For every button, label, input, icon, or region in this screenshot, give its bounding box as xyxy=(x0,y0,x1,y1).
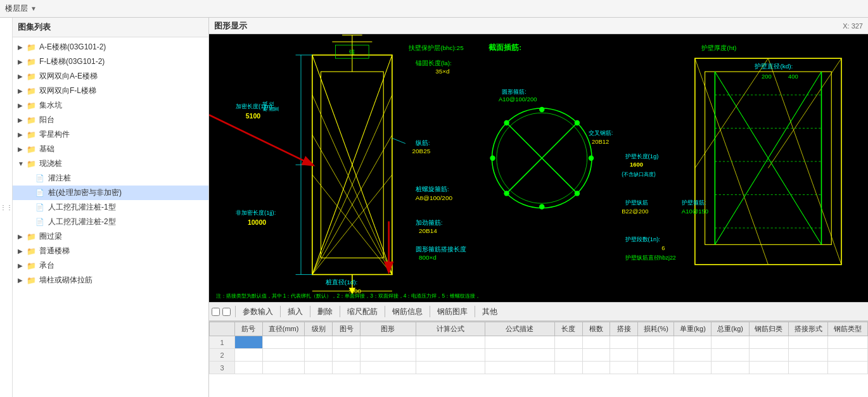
cell-6-row-2[interactable] xyxy=(554,362,582,374)
tree-item-rkg2[interactable]: 📄人工挖孔灌注桩-2型 xyxy=(13,215,208,229)
tree-item-jskt[interactable]: ▶📁集水坑 xyxy=(13,98,208,113)
folder-icon-ae2: 📁 xyxy=(27,72,37,80)
cell-3-row-1[interactable] xyxy=(360,349,416,362)
tree-item-gl[interactable]: ▶📁圈过梁 xyxy=(13,229,208,244)
cell-14-row-0[interactable] xyxy=(828,336,868,349)
rebar-info-btn[interactable]: 钢筋信息 xyxy=(388,305,426,318)
cell-13-row-1[interactable] xyxy=(789,349,828,362)
cell-13-row-0[interactable] xyxy=(789,336,828,349)
cell-11-row-2[interactable] xyxy=(712,362,749,374)
svg-text:800×d: 800×d xyxy=(419,254,437,261)
cell-4-row-0[interactable] xyxy=(416,336,485,349)
table-row: 1 xyxy=(210,336,868,349)
cell-2-row-1[interactable] xyxy=(333,349,361,362)
cell-12-row-1[interactable] xyxy=(749,349,788,362)
cell-2-row-0[interactable] xyxy=(333,336,361,349)
cell-2-row-2[interactable] xyxy=(333,362,361,374)
cell-10-row-1[interactable] xyxy=(674,349,712,362)
tree-item-zlj[interactable]: 📄桩(处理加密与非加密) xyxy=(13,186,208,200)
tree-item-fl2[interactable]: ▶📁双网双向F-L楼梯 xyxy=(13,84,208,98)
tree-label-yt: 阳台 xyxy=(39,115,54,125)
tree-item-jc[interactable]: ▶📁基础 xyxy=(13,142,208,156)
cell-8-row-1[interactable] xyxy=(610,349,638,362)
cell-1-row-2[interactable] xyxy=(305,362,333,374)
svg-text:200: 200 xyxy=(762,73,772,80)
tree-item-lsj[interactable]: ▶📁零星构件 xyxy=(13,127,208,142)
tree-item-gzz[interactable]: 📄灌注桩 xyxy=(13,171,208,186)
tree-item-yt[interactable]: ▶📁阳台 xyxy=(13,113,208,127)
cell-0-row-1[interactable] xyxy=(262,349,304,362)
th-danzhong: 单重(kg) xyxy=(674,322,712,336)
th-guanlei: 钢筋归类 xyxy=(749,322,788,336)
tree-item-xzz[interactable]: ▼📁现浇桩 xyxy=(13,156,208,171)
delete-btn[interactable]: 删除 xyxy=(314,305,336,318)
svg-text:截面插筋:: 截面插筋: xyxy=(488,43,521,51)
tree-item-ptlt[interactable]: ▶📁普通楼梯 xyxy=(13,244,208,258)
cell-14-row-1[interactable] xyxy=(828,349,868,362)
cell-12-row-2[interactable] xyxy=(749,362,788,374)
tree-item-fl[interactable]: ▶📁F-L楼梯(03G101-2) xyxy=(13,54,208,69)
cell-0-row-2[interactable] xyxy=(262,362,304,374)
toolbar-checkbox[interactable] xyxy=(212,308,220,316)
svg-text:护壁纵筋直径hbzj22: 护壁纵筋直径hbzj22 xyxy=(625,255,676,261)
cell-12-row-0[interactable] xyxy=(749,336,788,349)
cell-6-row-1[interactable] xyxy=(554,349,582,362)
bottom-toolbar: 参数输入 插入 删除 缩尺配筋 钢筋信息 钢筋图库 其他 xyxy=(209,302,868,321)
cell-13-row-2[interactable] xyxy=(789,362,828,374)
cell-3-row-0[interactable] xyxy=(360,336,416,349)
cell-7-row-1[interactable] xyxy=(582,349,610,362)
cell-jinhao-0[interactable] xyxy=(235,336,263,349)
cell-5-row-0[interactable] xyxy=(485,336,555,349)
folder-icon-fl: 📁 xyxy=(27,58,37,66)
rebar-lib-btn[interactable]: 钢筋图库 xyxy=(433,305,471,318)
cell-4-row-1[interactable] xyxy=(416,349,485,362)
other-btn[interactable]: 其他 xyxy=(478,305,501,318)
toolbar-checkbox2[interactable] xyxy=(222,308,231,316)
svg-text:护壁厚度(ht): 护壁厚度(ht) xyxy=(701,44,736,51)
svg-text:20B25: 20B25 xyxy=(412,148,430,154)
folder-icon-yt: 📁 xyxy=(27,116,37,124)
cell-9-row-2[interactable] xyxy=(638,362,674,374)
cell-10-row-2[interactable] xyxy=(674,362,712,374)
cell-9-row-0[interactable] xyxy=(638,336,674,349)
svg-point-31 xyxy=(589,156,594,161)
svg-text:锚固长度(la):: 锚固长度(la): xyxy=(415,60,452,66)
th-leixin: 钢筋类型 xyxy=(828,322,868,336)
cell-10-row-0[interactable] xyxy=(674,336,712,349)
tree-item-zztl[interactable]: ▶📁墙柱或砌体拉筋 xyxy=(13,273,208,287)
params-input-btn[interactable]: 参数输入 xyxy=(239,305,277,318)
cell-0-row-0[interactable] xyxy=(262,336,304,349)
tree-item-ae[interactable]: ▶📁A-E楼梯(03G101-2) xyxy=(13,40,208,54)
panel-header-title: 图形显示 xyxy=(214,20,247,32)
tree-arrow-ct: ▶ xyxy=(18,262,27,269)
tree-arrow-jskt: ▶ xyxy=(18,102,27,109)
cell-14-row-2[interactable] xyxy=(828,362,868,374)
tree-item-ct[interactable]: ▶📁承台 xyxy=(13,258,208,273)
cell-8-row-2[interactable] xyxy=(610,362,638,374)
cell-7-row-2[interactable] xyxy=(582,362,610,374)
svg-point-28 xyxy=(539,107,544,112)
table-area: 筋号 直径(mm) 级别 图号 图形 计算公式 公式描述 长度 根数 搭接 损耗… xyxy=(209,321,868,397)
cell-6-row-0[interactable] xyxy=(554,336,582,349)
tree-item-rkg1[interactable]: 📄人工挖孔灌注桩-1型 xyxy=(13,200,208,215)
scale-rebar-btn[interactable]: 缩尺配筋 xyxy=(343,305,381,318)
cell-1-row-0[interactable] xyxy=(305,336,333,349)
cell-4-row-2[interactable] xyxy=(416,362,485,374)
cell-1-row-1[interactable] xyxy=(305,349,333,362)
cell-5-row-1[interactable] xyxy=(485,349,555,362)
top-bar-dropdown-icon[interactable]: ▼ xyxy=(30,5,37,12)
cell-8-row-0[interactable] xyxy=(610,336,638,349)
cell-jinhao-1[interactable] xyxy=(235,349,263,362)
tree-item-ae2[interactable]: ▶📁双网双向A-E楼梯 xyxy=(13,69,208,84)
cell-9-row-1[interactable] xyxy=(638,349,674,362)
cell-5-row-2[interactable] xyxy=(485,362,555,374)
cell-11-row-0[interactable] xyxy=(712,336,749,349)
cell-7-row-0[interactable] xyxy=(582,336,610,349)
cell-11-row-1[interactable] xyxy=(712,349,749,362)
sidebar-collapse-btn[interactable]: ⋮⋮ xyxy=(0,18,13,397)
tree-label-ptlt: 普通楼梯 xyxy=(39,246,70,256)
insert-btn[interactable]: 插入 xyxy=(284,305,307,318)
svg-text:5100: 5100 xyxy=(246,112,261,120)
cell-jinhao-2[interactable] xyxy=(235,362,263,374)
cell-3-row-2[interactable] xyxy=(360,362,416,374)
